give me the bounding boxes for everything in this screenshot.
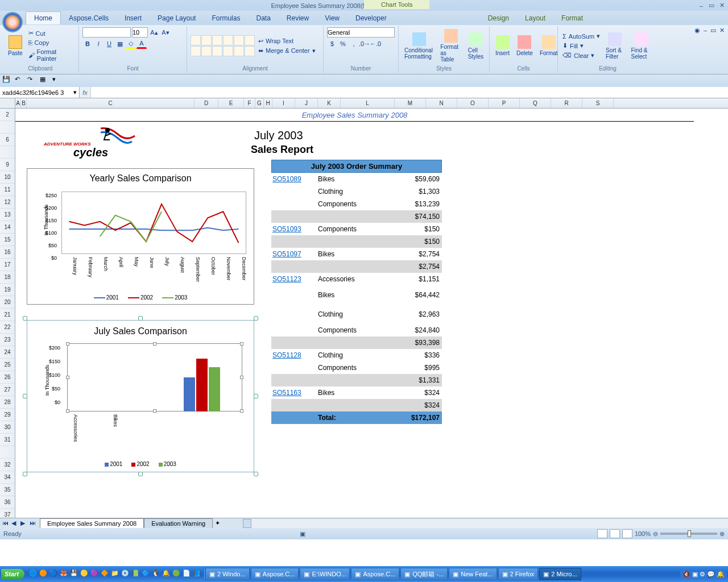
row-header[interactable]: 6 <box>0 134 15 146</box>
formula-bar[interactable] <box>91 87 728 98</box>
fill-button[interactable]: ⬇ Fill ▾ <box>561 41 601 50</box>
row-header[interactable]: 11 <box>0 184 15 196</box>
quick-launch-icon[interactable]: 🌐 <box>29 569 38 579</box>
office-button[interactable] <box>2 12 23 32</box>
ribbon-tab-formulas[interactable]: Formulas <box>204 12 248 24</box>
ribbon-minimize-icon[interactable]: – <box>704 27 707 34</box>
row-header[interactable]: 36 <box>0 496 15 509</box>
sort-filter-button[interactable]: Sort & Filter <box>603 31 626 61</box>
row-header[interactable]: 15 <box>0 234 15 246</box>
start-button[interactable]: Start <box>1 569 24 579</box>
row-header[interactable]: 35 <box>0 484 15 496</box>
number-format-dropdown[interactable] <box>327 27 395 38</box>
paste-button[interactable]: Paste <box>6 34 25 57</box>
ribbon-tab-page layout[interactable]: Page Layout <box>150 12 204 24</box>
zoom-slider[interactable] <box>660 533 717 535</box>
alignment-buttons[interactable] <box>191 35 255 56</box>
col-header[interactable]: R <box>551 98 582 108</box>
row-header[interactable]: 20 <box>0 296 15 309</box>
page-layout-view-button[interactable] <box>610 529 620 538</box>
qat-item[interactable]: ▦ <box>40 76 50 86</box>
sheet-tab-active[interactable]: Employee Sales Summary 2008 <box>40 518 144 528</box>
sheet-nav-next[interactable]: ▶ <box>20 519 28 527</box>
row-header[interactable] <box>0 446 15 459</box>
ribbon-tab-insert[interactable]: Insert <box>117 12 150 24</box>
quick-launch-icon[interactable]: 🟠 <box>39 569 48 579</box>
row-header[interactable]: 34 <box>0 471 15 484</box>
col-header[interactable]: L <box>341 98 395 108</box>
normal-view-button[interactable] <box>597 529 607 538</box>
taskbar-button[interactable]: ▣New Feat... <box>449 568 497 580</box>
system-tray[interactable]: 🔇 ▣ ⚙ 💬 🔔 <box>680 571 727 578</box>
order-link[interactable]: SO51097 <box>272 250 301 258</box>
col-header[interactable]: E <box>218 98 244 108</box>
col-header[interactable]: S <box>582 98 614 108</box>
save-button[interactable]: 💾 <box>2 76 13 86</box>
format-as-table-button[interactable]: Format as Table <box>438 28 463 64</box>
order-link[interactable]: SO51128 <box>272 351 301 359</box>
col-header[interactable]: F <box>244 98 255 108</box>
name-box[interactable]: xadd4c32f6c1949e6 3 ▾ <box>0 87 80 98</box>
new-sheet-button[interactable]: ✦ <box>215 519 220 527</box>
quick-launch-icon[interactable]: 🔔 <box>162 569 171 579</box>
conditional-formatting-button[interactable]: Conditional Formatting <box>402 31 436 61</box>
taskbar-button[interactable]: ▣E:\WINDO... <box>300 568 350 580</box>
quick-launch-icon[interactable]: 🦊 <box>60 569 69 579</box>
format-cells-button[interactable]: Format <box>537 34 560 57</box>
taskbar-button[interactable]: ▣Aspose.C... <box>351 568 399 580</box>
col-header[interactable]: H <box>264 98 272 108</box>
shrink-font-button[interactable]: A▾ <box>160 27 171 38</box>
comma-button[interactable]: , <box>349 39 359 49</box>
row-header[interactable]: 26 <box>0 371 15 384</box>
col-header[interactable]: P <box>489 98 520 108</box>
tray-icon[interactable]: ▣ <box>692 571 698 578</box>
row-header[interactable] <box>0 146 15 159</box>
row-header[interactable]: 27 <box>0 384 15 396</box>
taskbar-button[interactable]: ▣2 Firefox <box>498 568 539 580</box>
delete-cells-button[interactable]: Delete <box>514 34 535 57</box>
quick-launch-icon[interactable]: 📗 <box>131 569 140 579</box>
autosum-button[interactable]: Σ AutoSum ▾ <box>561 32 601 40</box>
col-header[interactable]: C <box>27 98 195 108</box>
taskbar-button[interactable]: ▣2 Windo... <box>205 568 250 580</box>
row-header[interactable]: 29 <box>0 409 15 421</box>
row-header[interactable]: 31 <box>0 434 15 446</box>
row-header[interactable]: 18 <box>0 271 15 284</box>
context-tab-design[interactable]: Design <box>480 12 517 24</box>
order-link[interactable]: SO51123 <box>272 275 301 283</box>
row-header[interactable]: 14 <box>0 221 15 234</box>
format-painter-button[interactable]: 🖌Format Painter <box>27 48 75 63</box>
col-header[interactable]: B <box>21 98 27 108</box>
sheet-nav-last[interactable]: ⏭ <box>30 519 38 527</box>
row-header[interactable]: 9 <box>0 159 15 171</box>
redo-button[interactable]: ↷ <box>27 76 38 86</box>
zoom-level[interactable]: 100% <box>635 530 651 537</box>
close-icon[interactable]: ✕ <box>718 2 726 9</box>
sheet-tab-inactive[interactable]: Evaluation Warning <box>144 518 213 528</box>
col-header[interactable]: M <box>395 98 426 108</box>
quick-launch-icon[interactable]: 🟡 <box>80 569 89 579</box>
col-header[interactable]: K <box>318 98 341 108</box>
quick-launch-icon[interactable]: 💾 <box>70 569 79 579</box>
ribbon-tab-review[interactable]: Review <box>279 12 317 24</box>
yearly-sales-chart[interactable]: Yearly Sales Comparison In Thousands $25… <box>27 168 254 305</box>
row-header[interactable]: 25 <box>0 359 15 371</box>
col-header[interactable]: J <box>295 98 318 108</box>
tray-icon[interactable]: ⚙ <box>700 571 705 578</box>
cell-styles-button[interactable]: Cell Styles <box>466 31 486 61</box>
row-header[interactable]: 2 <box>0 109 15 121</box>
ribbon-tab-asposecells[interactable]: Aspose.Cells <box>61 12 117 24</box>
row-header[interactable] <box>0 121 15 134</box>
row-header[interactable]: 24 <box>0 346 15 359</box>
july-sales-chart[interactable]: July Sales Comparison In Thousands $200$… <box>27 320 254 472</box>
col-header[interactable]: Q <box>520 98 551 108</box>
col-header[interactable]: I <box>272 98 295 108</box>
percent-button[interactable]: % <box>338 39 348 49</box>
zoom-out-button[interactable]: ⊖ <box>653 530 658 538</box>
font-size-input[interactable] <box>132 27 148 38</box>
restore-icon[interactable]: ▭ <box>708 2 715 9</box>
bold-button[interactable]: B <box>82 39 93 49</box>
row-header[interactable]: 10 <box>0 171 15 184</box>
insert-cells-button[interactable]: Insert <box>493 34 512 57</box>
horizontal-scrollbar[interactable] <box>243 519 728 528</box>
